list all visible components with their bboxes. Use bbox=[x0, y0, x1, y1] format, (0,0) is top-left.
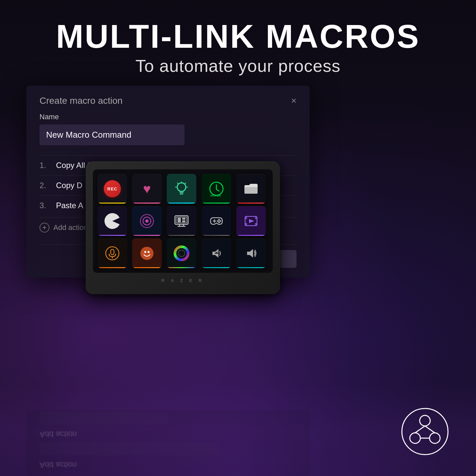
svg-rect-28 bbox=[215, 253, 220, 254]
keys-grid: REC ♥ HYPER bbox=[98, 174, 268, 268]
camera-icon bbox=[138, 212, 155, 230]
name-label: Name bbox=[40, 113, 296, 121]
svg-point-27 bbox=[178, 250, 185, 257]
svg-rect-17 bbox=[245, 216, 247, 219]
heart-icon: ♥ bbox=[143, 182, 151, 196]
gamepad-icon bbox=[208, 212, 225, 230]
svg-rect-20 bbox=[255, 223, 257, 226]
add-action-label: Add action bbox=[53, 223, 88, 232]
reflected-dialog: Add action Add action bbox=[26, 410, 310, 476]
sub-title: To automate your process bbox=[0, 56, 476, 76]
volume-up-icon bbox=[242, 245, 260, 262]
key-bulb[interactable] bbox=[167, 174, 196, 204]
key-volup[interactable] bbox=[236, 238, 266, 268]
bulb-icon bbox=[173, 181, 190, 197]
key-rec[interactable]: REC bbox=[98, 174, 127, 204]
key-emoji[interactable] bbox=[132, 238, 162, 268]
svg-point-14 bbox=[217, 220, 218, 222]
razer-logo bbox=[400, 407, 450, 456]
emoji-icon bbox=[138, 245, 155, 262]
svg-point-25 bbox=[148, 251, 150, 253]
key-heart[interactable]: ♥ bbox=[132, 174, 162, 204]
svg-point-13 bbox=[219, 220, 221, 222]
svg-text:HYPER: HYPER bbox=[210, 194, 221, 197]
dialog-title: Create macro action bbox=[40, 96, 123, 106]
svg-point-23 bbox=[140, 247, 154, 260]
action-label-2: Copy D bbox=[56, 181, 82, 190]
svg-point-26 bbox=[175, 247, 188, 260]
key-voldown[interactable] bbox=[202, 238, 231, 268]
macro-name-input[interactable] bbox=[40, 125, 184, 145]
key-monitor[interactable] bbox=[167, 206, 196, 236]
action-num-3: 3. bbox=[40, 201, 49, 210]
reflected-bar-1 bbox=[40, 442, 219, 455]
colorwheel-icon bbox=[173, 245, 190, 262]
folder-icon bbox=[243, 181, 259, 197]
svg-point-24 bbox=[144, 251, 146, 253]
action-label-3: Paste A bbox=[56, 201, 83, 210]
key-folder[interactable] bbox=[236, 174, 266, 204]
reflected-text-1: Add action bbox=[40, 460, 296, 469]
svg-point-31 bbox=[410, 433, 420, 443]
multilink-logo-icon bbox=[400, 407, 450, 456]
svg-rect-19 bbox=[255, 216, 257, 219]
key-pacman[interactable] bbox=[98, 206, 127, 236]
action-num-1: 1. bbox=[40, 161, 49, 170]
svg-point-0 bbox=[177, 183, 186, 191]
volume-down-icon bbox=[208, 245, 225, 262]
key-gamepad[interactable] bbox=[202, 206, 231, 236]
key-clock[interactable]: HYPER bbox=[202, 174, 231, 204]
svg-rect-3 bbox=[244, 187, 258, 194]
svg-rect-10 bbox=[182, 218, 185, 220]
key-colorwheel[interactable] bbox=[167, 238, 196, 268]
rec-icon: REC bbox=[104, 180, 121, 197]
svg-rect-11 bbox=[182, 220, 185, 222]
controller-screen: REC ♥ HYPER bbox=[93, 169, 273, 273]
page-header: MULTI-LINK MACROS To automate your proce… bbox=[0, 20, 476, 76]
stream-controller: REC ♥ HYPER bbox=[86, 161, 280, 294]
main-title: MULTI-LINK MACROS bbox=[0, 20, 476, 53]
monitor-icon bbox=[173, 212, 190, 230]
brand-label: R A Z E R bbox=[93, 278, 273, 283]
key-film[interactable] bbox=[236, 206, 266, 236]
clock-icon: HYPER bbox=[207, 180, 226, 198]
controller-body: REC ♥ HYPER bbox=[86, 161, 280, 294]
svg-point-12 bbox=[218, 219, 220, 221]
key-mic[interactable] bbox=[98, 238, 127, 268]
svg-point-15 bbox=[218, 222, 220, 223]
svg-line-34 bbox=[425, 426, 435, 433]
dialog-title-bar: Create macro action × bbox=[40, 96, 296, 106]
svg-point-32 bbox=[430, 433, 440, 443]
svg-point-6 bbox=[145, 219, 149, 223]
pacman-icon bbox=[103, 212, 122, 230]
svg-point-30 bbox=[420, 415, 430, 426]
key-camera[interactable] bbox=[132, 206, 162, 236]
film-icon bbox=[242, 212, 260, 230]
mic-icon bbox=[104, 245, 121, 262]
svg-line-33 bbox=[415, 426, 425, 433]
close-button[interactable]: × bbox=[291, 96, 296, 106]
reflected-bar-2 bbox=[40, 411, 168, 425]
svg-rect-9 bbox=[178, 218, 181, 222]
svg-rect-22 bbox=[111, 249, 114, 255]
action-num-2: 2. bbox=[40, 181, 49, 190]
svg-rect-18 bbox=[245, 223, 247, 226]
reflected-text-2: Add action bbox=[40, 430, 296, 439]
add-plus-icon: + bbox=[40, 223, 49, 233]
